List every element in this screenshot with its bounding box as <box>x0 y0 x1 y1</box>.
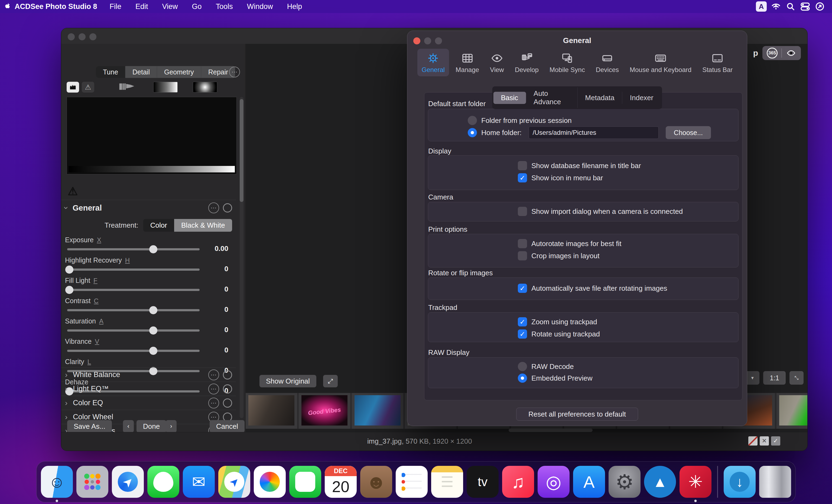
dock-item[interactable] <box>254 466 286 498</box>
linear-gradient-tool-icon[interactable] <box>153 82 178 92</box>
radial-gradient-tool-icon[interactable] <box>193 82 217 92</box>
collapsed-section-row[interactable]: › White Balance ⋯ <box>61 368 236 382</box>
section-options-icon[interactable]: ⋯ <box>208 398 219 408</box>
zoom-dropdown-button[interactable]: ▾ <box>745 371 759 384</box>
next-image-button[interactable]: › <box>166 420 177 432</box>
checkbox-import-dialog[interactable]: ✓ <box>518 207 527 216</box>
wifi-alert-icon[interactable] <box>769 2 783 11</box>
slider-track[interactable] <box>67 309 200 311</box>
slider-thumb[interactable] <box>65 286 73 294</box>
dock-item[interactable]: ☻ <box>360 466 392 498</box>
slider-thumb[interactable] <box>149 347 157 355</box>
home-folder-input[interactable]: /Users/admin/Pictures <box>529 126 659 139</box>
dock-item[interactable] <box>717 466 718 498</box>
dock-item[interactable]: ➤ <box>218 466 250 498</box>
radio-home-folder[interactable] <box>468 128 477 137</box>
section-reset-icon[interactable] <box>223 370 232 379</box>
dock-item[interactable]: ✉ <box>183 466 215 498</box>
slider-track[interactable] <box>67 289 200 291</box>
menu-item[interactable]: File <box>110 2 122 11</box>
filmstrip-thumbnail[interactable]: Good Vibes <box>299 393 352 429</box>
preferences-toolbar-item[interactable]: View <box>486 49 509 76</box>
previous-image-button[interactable]: ‹ <box>123 420 134 432</box>
clock-icon[interactable] <box>812 2 827 11</box>
preferences-toolbar-item[interactable]: Mouse and Keyboard <box>625 49 696 76</box>
exposure-warning-icon[interactable]: ⚠ <box>82 82 94 92</box>
cancel-button[interactable]: Cancel <box>210 420 244 432</box>
search-icon[interactable] <box>783 2 798 11</box>
slider-thumb[interactable] <box>149 245 157 254</box>
dock-item[interactable] <box>289 466 321 498</box>
treatment-color-option[interactable]: Color <box>143 219 174 232</box>
radio-previous-session[interactable] <box>468 116 477 125</box>
choose-folder-button[interactable]: Choose... <box>666 126 711 139</box>
checkbox-menu-bar-icon[interactable]: ✓ <box>518 173 527 182</box>
menu-item[interactable]: Tools <box>216 2 233 11</box>
dock-item[interactable]: ➤ <box>112 466 144 498</box>
zoom-1-1-button[interactable]: 1:1 <box>763 371 786 384</box>
slider-thumb[interactable] <box>149 306 157 314</box>
dock-item[interactable] <box>759 466 791 498</box>
compare-expand-button[interactable]: ⤢ <box>323 375 338 387</box>
dock-item[interactable]: ↓ <box>724 466 756 498</box>
preferences-toolbar-item[interactable]: General <box>417 49 449 76</box>
section-reset-icon[interactable] <box>223 203 232 212</box>
menu-item[interactable]: View <box>162 2 178 11</box>
checkbox-crop-layout[interactable]: ✓ <box>518 251 527 260</box>
dock-item[interactable] <box>76 466 108 498</box>
develop-brush-icon[interactable] <box>118 81 139 93</box>
checkbox-autorotate[interactable]: ✓ <box>518 239 527 248</box>
clipping-warning-icon[interactable]: ⚠ <box>68 185 78 198</box>
menu-item[interactable]: Go <box>192 2 202 11</box>
menu-item[interactable]: Edit <box>135 2 148 11</box>
preferences-tab[interactable]: Auto Advance <box>526 87 577 108</box>
filmstrip-thumbnail[interactable] <box>245 393 299 429</box>
develop-tab[interactable]: Detail <box>125 66 157 78</box>
filmstrip-thumbnail[interactable] <box>352 393 405 429</box>
control-center-icon[interactable] <box>798 2 812 11</box>
checkbox-rotate-trackpad[interactable]: ✓ <box>518 329 527 339</box>
section-options-icon[interactable]: ⋯ <box>208 369 219 380</box>
radio-embedded-preview[interactable] <box>518 374 527 383</box>
horizontal-scrollbar[interactable] <box>509 428 593 432</box>
applied-icon[interactable]: ✓ <box>771 436 780 446</box>
dock-item[interactable]: ☺ <box>41 466 73 498</box>
treatment-bw-option[interactable]: Black & White <box>174 219 232 232</box>
fit-image-button[interactable]: ⤡ <box>789 371 804 384</box>
dock-item[interactable]: DEC 20 <box>325 466 357 498</box>
preferences-tab[interactable]: Metadata <box>577 92 622 104</box>
dock-item[interactable]: ⚙ <box>608 466 641 498</box>
menu-item[interactable]: Help <box>287 2 302 11</box>
close-button[interactable] <box>68 33 75 40</box>
slider-track[interactable] <box>67 268 200 271</box>
develop-tab[interactable]: Geometry <box>157 66 201 78</box>
section-options-icon[interactable]: ⋯ <box>208 383 219 394</box>
develop-tab[interactable]: Tune <box>96 66 125 78</box>
slider-thumb[interactable] <box>65 266 73 274</box>
section-options-icon[interactable]: ⋯ <box>208 203 219 213</box>
apple-menu[interactable] <box>0 2 15 10</box>
input-source-icon[interactable]: A <box>754 1 769 11</box>
collapsed-section-row[interactable]: › Color EQ ⋯ <box>61 396 236 410</box>
histogram-toggle-icon[interactable] <box>67 82 79 92</box>
radio-raw-decode[interactable] <box>518 362 527 371</box>
dock-item[interactable]: ✳ <box>679 466 711 498</box>
section-reset-icon[interactable] <box>223 384 232 394</box>
quick-view-eye-icon[interactable] <box>786 49 797 58</box>
collapsed-section-row[interactable]: › Light EQ™ ⋯ <box>61 382 236 396</box>
filmstrip-thumbnail[interactable] <box>777 393 808 429</box>
preferences-toolbar-item[interactable]: Mobile Sync <box>545 49 589 76</box>
preferences-toolbar-item[interactable]: Manage <box>451 49 484 76</box>
dock-item[interactable]: ◎ <box>538 466 570 498</box>
slider-thumb[interactable] <box>149 326 157 335</box>
preferences-toolbar-item[interactable]: Devices <box>592 49 623 76</box>
dock-item[interactable]: ♫ <box>502 466 534 498</box>
preferences-tab[interactable]: Basic <box>493 92 526 104</box>
slider-track[interactable] <box>67 350 200 352</box>
preferences-toolbar-item[interactable]: Develop <box>511 49 543 76</box>
acdsee-365-icon[interactable]: 365 <box>767 48 778 58</box>
dock-item[interactable] <box>147 466 179 498</box>
zoom-button[interactable] <box>89 33 97 40</box>
section-reset-icon[interactable] <box>223 398 232 408</box>
checkbox-autosave-rotate[interactable]: ✓ <box>518 284 527 293</box>
